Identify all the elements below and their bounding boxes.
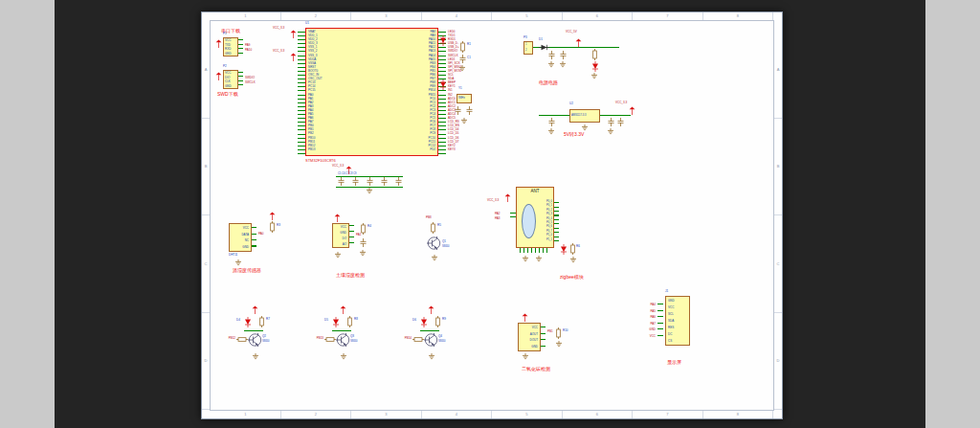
vcc-symbol[interactable]	[522, 313, 528, 322]
led-symbol[interactable]	[439, 35, 447, 46]
capacitor-symbol[interactable]	[548, 118, 555, 126]
gnd-symbol[interactable]	[366, 188, 373, 195]
npn-transistor-symbol[interactable]	[248, 333, 261, 347]
resistor-symbol[interactable]	[592, 49, 597, 60]
capacitor-symbol[interactable]	[360, 238, 367, 247]
led-symbol[interactable]	[591, 61, 599, 72]
gnd-symbol[interactable]	[547, 61, 555, 69]
resistor-symbol[interactable]	[347, 316, 352, 327]
gnd-symbol[interactable]	[252, 353, 259, 361]
gnd-symbol[interactable]	[359, 250, 367, 258]
resistor-symbol[interactable]	[435, 316, 440, 327]
power-input-circuit[interactable]: P3 1 2 D1 VCC_5V 电源电路	[518, 30, 613, 87]
led-symbol[interactable]	[560, 244, 568, 255]
gnd-symbol[interactable]	[590, 73, 598, 80]
driver-transistor-designator: Q1	[442, 240, 446, 243]
gnd-symbol[interactable]	[522, 353, 529, 361]
resistor-symbol[interactable]	[236, 337, 248, 342]
vcc-symbol[interactable]	[215, 72, 222, 80]
driver-net-label: PB8	[426, 215, 432, 219]
resistor-symbol[interactable]	[570, 243, 575, 255]
resistor-symbol[interactable]	[412, 337, 424, 342]
co2-sensor-circuit[interactable]: VCC AOUT DOUT GND PB1 R10 二氧化碳检测	[514, 313, 581, 372]
capacitor-symbol[interactable]	[608, 118, 614, 126]
output-driver-circuit-2[interactable]: D5 R8 PB13 Q3 S8050	[324, 305, 382, 365]
reset-circuit[interactable]: R1 C1	[458, 39, 478, 78]
gnd-symbol[interactable]	[458, 65, 466, 73]
resistor-symbol[interactable]	[556, 327, 561, 339]
vcc-symbol[interactable]	[334, 214, 341, 222]
regulator-designator: U2	[569, 102, 573, 105]
capacitor-symbol[interactable]	[459, 55, 466, 63]
gnd-symbol[interactable]	[334, 252, 342, 259]
vcc-symbol[interactable]	[252, 305, 258, 314]
capacitor-symbol[interactable]	[617, 118, 624, 126]
resistor-symbol[interactable]	[270, 221, 275, 233]
zigbee-circuit[interactable]: VCC_3.3 PA2 PA3 ANT P0_0 P0_1 P0_2 P0_3 …	[487, 185, 592, 281]
soil-moisture-circuit[interactable]: VCC GND DO AO PA1 R4 土壤湿度检测	[328, 212, 395, 279]
vcc-symbol[interactable]	[290, 53, 297, 61]
gnd-symbol[interactable]	[555, 341, 563, 349]
gnd-symbol[interactable]	[340, 353, 347, 361]
gnd-symbol[interactable]	[535, 256, 543, 263]
crystal-circuit[interactable]: Y1 8MHz	[455, 87, 485, 129]
capacitor-symbol[interactable]	[548, 51, 555, 59]
decoupling-caps[interactable]: VCC_3.3 C5 C6 C7 C8 C9	[332, 162, 409, 198]
resistor-symbol[interactable]	[361, 223, 366, 235]
output-driver-circuit-1[interactable]: D4 R7 PB12 Q2 S8050	[236, 305, 294, 365]
gnd-symbol[interactable]	[569, 257, 577, 264]
vcc-symbol[interactable]	[269, 212, 276, 220]
npn-transistor-symbol[interactable]	[336, 333, 349, 347]
gnd-symbol[interactable]	[522, 256, 529, 263]
led-symbol[interactable]	[439, 79, 447, 90]
mcu-circuit[interactable]: VCC_3.3 VCC_3.3 U1 VBAT VDD_1 VDD_2 VDD_…	[273, 22, 479, 166]
vcc-symbol[interactable]	[340, 305, 346, 314]
capacitor-symbol[interactable]	[395, 177, 402, 186]
led-symbol[interactable]	[420, 317, 428, 327]
crystal-value: 8MHz	[458, 97, 465, 100]
npn-transistor-symbol[interactable]	[424, 333, 437, 347]
capacitor-symbol[interactable]	[381, 177, 388, 186]
capacitor-symbol[interactable]	[338, 177, 345, 186]
gnd-symbol[interactable]	[428, 353, 435, 361]
gnd-symbol[interactable]	[431, 255, 438, 262]
led-symbol[interactable]	[244, 317, 252, 327]
resistor-symbol[interactable]	[324, 337, 336, 342]
swd-header-circuit[interactable]: VCC DIO CLK GND SWDIO SWCLK P2 SWD下载	[215, 60, 277, 101]
driver-net-label: PB12	[221, 336, 235, 340]
capacitor-symbol[interactable]	[352, 177, 359, 186]
resistor-symbol[interactable]	[259, 316, 264, 327]
power-connector-pins: 1 2	[525, 42, 526, 53]
gnd-symbol[interactable]	[547, 128, 555, 136]
vcc-symbol[interactable]	[428, 305, 434, 314]
schematic-sheet[interactable]: 12345678 12345678 ABCD ABCD 串口下载 VCC TXD…	[201, 11, 783, 419]
gnd-symbol[interactable]	[607, 128, 614, 136]
uart-header-circuit[interactable]: 串口下载 VCC TXD RXD GND PA9 PA10 P1	[215, 28, 277, 62]
capacitor-symbol[interactable]	[560, 51, 567, 59]
vcc-symbol[interactable]	[504, 193, 511, 202]
npn-transistor-symbol[interactable]	[427, 237, 440, 250]
led-symbol[interactable]	[332, 317, 340, 327]
diode-symbol[interactable]	[539, 44, 549, 51]
output-driver-circuit-3[interactable]: D6 R9 PB14 Q4 S8050	[412, 305, 470, 365]
vcc33-net-label: VCC_3.3	[332, 164, 344, 168]
capacitor-symbol[interactable]	[455, 106, 461, 115]
resistor-symbol[interactable]	[431, 222, 435, 234]
gnd-symbol[interactable]	[460, 118, 468, 125]
regulator-circuit[interactable]: U2 AMS1117-3.3 VCC_3.3 5V转3.3V	[535, 101, 640, 141]
capacitor-symbol[interactable]	[466, 106, 473, 115]
vcc-symbol[interactable]	[629, 106, 635, 115]
gnd-symbol[interactable]	[234, 259, 242, 267]
resistor-symbol[interactable]	[460, 41, 465, 53]
driver-net-label: PB13	[309, 336, 323, 340]
display-label: 显示屏	[667, 359, 681, 365]
capacitor-symbol[interactable]	[367, 177, 373, 186]
vcc-net-label: VCC_3.3	[273, 49, 284, 53]
transistor-driver-circuit[interactable]: PB8 R5 Q1 S8050	[426, 215, 464, 273]
display-connector-circuit[interactable]: J1 PA4 PA5 PA6 PA7 GND VCC GND VCC SCL S…	[636, 288, 703, 369]
vcc-symbol[interactable]	[215, 39, 222, 48]
dht11-circuit[interactable]: R3 VCC DATA NC GND PA0 DHT11 温湿度传感器	[225, 212, 292, 275]
vcc-symbol[interactable]	[575, 38, 582, 47]
gnd-symbol[interactable]	[559, 61, 567, 69]
vcc-symbol[interactable]	[290, 30, 297, 38]
